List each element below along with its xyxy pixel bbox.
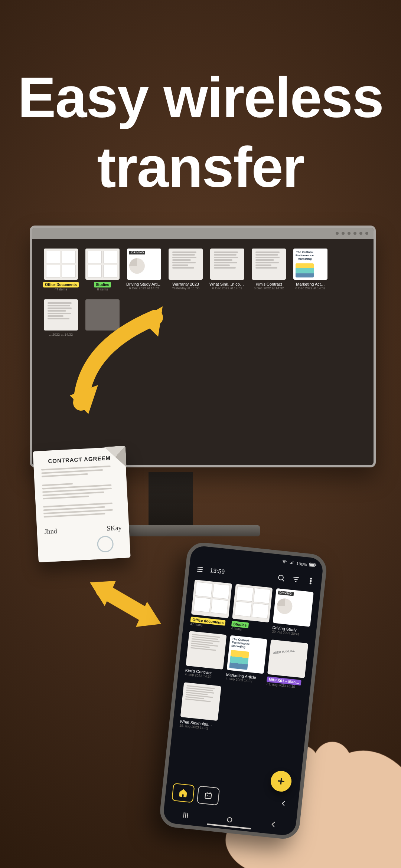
file-thumbnail (44, 249, 78, 280)
file-title: Marketing Act… (293, 282, 328, 286)
svg-point-9 (310, 581, 312, 582)
file-subtitle: 4 items (231, 627, 268, 634)
file-thumbnail (191, 580, 232, 618)
recent-apps-button[interactable] (176, 810, 195, 821)
file-thumbnail: DRIVING (273, 588, 314, 627)
desktop-file-item[interactable]: Office Documents47 items (43, 249, 79, 291)
file-subtitle: 6 Dec 2022 at 14:32 (293, 286, 328, 290)
filter-icon[interactable] (291, 574, 301, 585)
phone-file-item[interactable]: DRIVINGDriving Study29. okt 2023 20:41 (272, 588, 314, 638)
file-title: Kim's Contract (251, 282, 287, 286)
desktop-file-item[interactable]: Studies8 items (85, 249, 120, 291)
library-tab[interactable] (197, 786, 220, 806)
file-subtitle: 47 items (43, 287, 79, 291)
nav-back-button[interactable] (264, 819, 283, 830)
desktop-file-item[interactable]: Warranty 2023Yesterday at 11:36 (168, 249, 203, 291)
desktop-file-item[interactable]: What Sink…n common6 Dec 2022 at 14:32 (209, 249, 245, 291)
file-thumbnail (210, 249, 244, 280)
file-thumbnail (85, 299, 120, 331)
phone-file-item[interactable]: USER MANUALMIDI X01 – Man…31. aug 2023 1… (266, 640, 308, 690)
desktop-file-item[interactable] (85, 299, 120, 336)
signal-icon (289, 560, 295, 566)
file-thumbnail (44, 299, 78, 331)
svg-point-12 (227, 817, 232, 822)
file-thumbnail: The OutlookPerformanceMarketing (293, 249, 327, 280)
file-thumbnail (232, 584, 273, 622)
desktop-file-item[interactable]: Kim's Contract6 Dec 2022 at 14:32 (251, 249, 287, 291)
window-titlebar (32, 228, 374, 239)
file-thumbnail: USER MANUAL (267, 640, 308, 678)
file-subtitle: Yesterday at 11:36 (168, 286, 203, 290)
phone-device: 100% 13:59 Office documents47 itemsStudi… (159, 541, 328, 840)
desktop-file-item[interactable]: DRIVINGDriving Study Article6 Dec 2022 a… (126, 249, 162, 291)
desktop-file-item[interactable]: …2022 at 14:32 (43, 299, 79, 336)
desktop-file-grid: Office Documents47 itemsStudies8 itemsDR… (32, 239, 374, 465)
window-dot (336, 232, 339, 235)
file-thumbnail (169, 249, 203, 280)
file-title: Driving Study Article (126, 282, 162, 286)
window-dot (365, 232, 368, 235)
file-subtitle: 8 items (85, 287, 120, 291)
file-thumbnail (85, 249, 120, 280)
desktop-monitor: Office Documents47 itemsStudies8 itemsDR… (30, 226, 376, 467)
file-thumbnail: DRIVING (127, 249, 161, 280)
phone-time: 13:59 (209, 567, 225, 575)
home-tab[interactable] (172, 783, 195, 803)
phone-file-item[interactable]: The OutlookPerformanceMarketingMarketing… (225, 635, 267, 685)
add-button[interactable] (270, 770, 293, 793)
file-subtitle: 6 Dec 2022 at 14:32 (126, 286, 162, 290)
menu-icon[interactable] (195, 564, 205, 575)
phone-file-item[interactable]: Kim's Contract4. sep 2023 14:32 (185, 631, 226, 681)
window-dot (359, 232, 362, 235)
file-subtitle: …2022 at 14:32 (43, 333, 79, 336)
flying-document-title: CONTRACT AGREEM (40, 454, 118, 465)
nav-home-button[interactable] (220, 815, 239, 825)
phone-file-grid: Office documents47 itemsStudies4 itemsDR… (173, 579, 320, 740)
headline: Easy wireless transfer (0, 63, 401, 203)
window-dot (342, 232, 345, 235)
file-thumbnail: The OutlookPerformanceMarketing (226, 635, 267, 674)
file-thumbnail (180, 682, 221, 721)
desktop-file-item[interactable]: The OutlookPerformanceMarketingMarketing… (293, 249, 328, 291)
svg-rect-11 (205, 793, 211, 799)
folder-badge: Studies (94, 282, 111, 287)
svg-point-8 (310, 578, 312, 579)
svg-rect-6 (315, 564, 316, 566)
file-title: What Sink…n common (209, 282, 245, 286)
monitor-stand (149, 472, 193, 527)
flying-document: CONTRACT AGREEM JhndSKay (33, 447, 130, 563)
phone-file-item[interactable]: What Sinkholes…18. aug 2023 14:32 (179, 682, 221, 731)
back-arrow-icon[interactable] (278, 798, 289, 809)
window-dot (348, 232, 351, 235)
battery-icon (309, 562, 317, 568)
battery-text: 100% (296, 561, 307, 567)
overflow-icon[interactable] (306, 576, 316, 586)
file-subtitle: 6 Dec 2022 at 14:32 (251, 286, 287, 290)
search-icon[interactable] (276, 573, 287, 583)
phone-file-item[interactable]: Office documents47 items (190, 580, 232, 630)
file-thumbnail (186, 631, 226, 670)
window-dot (353, 232, 356, 235)
svg-point-10 (310, 583, 311, 584)
wifi-icon (281, 559, 287, 565)
folder-badge: Office Documents (43, 282, 79, 287)
phone-file-item[interactable]: Studies4 items (231, 584, 273, 634)
svg-rect-5 (310, 563, 315, 566)
file-thumbnail (252, 249, 286, 280)
file-subtitle: 6 Dec 2022 at 14:32 (209, 286, 245, 290)
file-title: Warranty 2023 (168, 282, 203, 286)
